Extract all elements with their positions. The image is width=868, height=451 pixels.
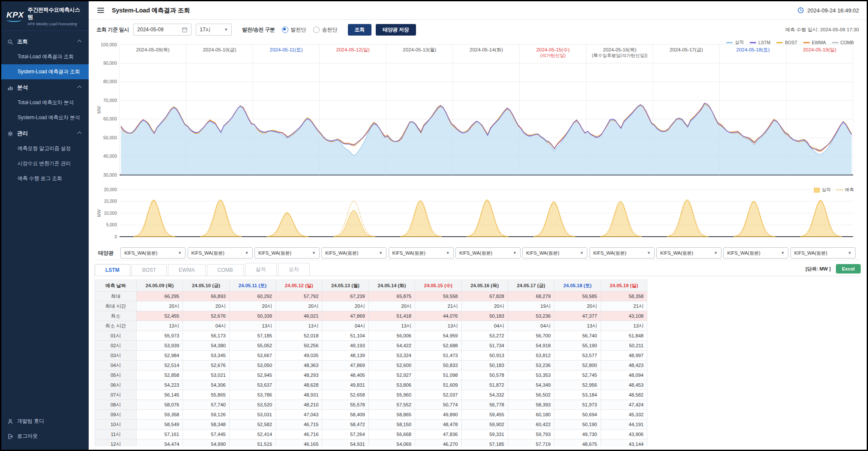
table-cell: 49,193: [322, 341, 368, 351]
solar-model-select[interactable]: KIFS_WA(원본)▼: [790, 247, 856, 259]
nav-section-조회[interactable]: 조회: [1, 33, 89, 49]
radio-송전단[interactable]: 송전단: [313, 26, 338, 33]
table-cell: 46,716: [276, 430, 322, 439]
table-cell: 50,339: [229, 311, 275, 321]
table-cell: 48,453: [601, 380, 647, 390]
table-cell: 50,774: [415, 400, 461, 410]
sidebar-item[interactable]: System-Load 예측오차 분석: [1, 110, 89, 125]
tab-실적[interactable]: 실적: [245, 263, 277, 276]
table-cell: 59,126: [183, 410, 229, 420]
user-icon: [7, 418, 13, 424]
base-hour-select[interactable]: 17시 ▼: [196, 24, 232, 36]
nav-section-관리[interactable]: 관리: [1, 125, 89, 141]
chevron-down-icon: ▼: [513, 251, 517, 255]
solar-save-button[interactable]: 태양광 저장: [376, 24, 416, 36]
table-cell: 58,393: [508, 400, 554, 410]
solar-model-select[interactable]: KIFS_WA(원본)▼: [455, 247, 521, 259]
gen-trans-label: 발전/송전 구분: [242, 26, 275, 33]
table-cell: 48,997: [601, 351, 647, 361]
table-cell: 54,931: [322, 439, 368, 447]
tab-LSTM[interactable]: LSTM: [95, 264, 130, 276]
chevron-down-icon: ▼: [714, 251, 718, 255]
search-button[interactable]: 조회: [348, 24, 371, 36]
row-label: 최대: [95, 292, 137, 301]
solar-model-select[interactable]: KIFS_WA(원본)▼: [723, 247, 788, 259]
svg-text:100,000: 100,000: [101, 42, 117, 47]
solar-model-select[interactable]: KIFS_WA(원본)▼: [590, 247, 655, 259]
table-cell: 49,035: [276, 351, 322, 361]
table-cell: 54,223: [137, 380, 183, 390]
radio-발전단[interactable]: 발전단: [282, 26, 306, 33]
table-cell: 57,264: [322, 430, 368, 439]
footer-user[interactable]: 개발팀 호디: [1, 414, 89, 429]
tab-BOST[interactable]: BOST: [132, 264, 167, 276]
table-cell: 51,609: [415, 380, 461, 390]
solar-model-select[interactable]: KIFS_WA(원본)▼: [522, 247, 587, 259]
sidebar-item[interactable]: 예측 수행 로그 조회: [1, 171, 89, 186]
table-cell: 52,688: [415, 341, 461, 351]
row-label: 05시: [95, 370, 137, 380]
table-cell: 53,577: [554, 351, 601, 361]
base-date-value: 2024-05-09: [137, 27, 163, 33]
table-cell: 51,872: [461, 380, 508, 390]
legend-item: 예측: [837, 187, 854, 193]
table-cell: 48,582: [601, 390, 647, 400]
table-cell: 54,918: [508, 341, 554, 351]
tab-COMB[interactable]: COMB: [207, 264, 244, 276]
solar-model-select[interactable]: KIFS_WA(원본)▼: [188, 247, 253, 259]
table-cell: 48,931: [276, 390, 322, 400]
sidebar-item[interactable]: Total-Load 예측결과 조회: [1, 49, 89, 64]
tab-오차[interactable]: 오차: [278, 263, 310, 276]
table-cell: 57,552: [368, 400, 415, 410]
menu-toggle-icon[interactable]: [96, 6, 105, 15]
table-cell: 20시: [229, 301, 275, 311]
table-cell: 56,700: [508, 331, 554, 341]
table-cell: 51,734: [461, 341, 508, 351]
sidebar-item[interactable]: System-Load 예측결과 조회: [1, 64, 89, 79]
base-date-input[interactable]: 2024-05-09: [133, 24, 192, 36]
table-cell: 52,984: [137, 351, 183, 361]
nav-section-label: 분석: [17, 84, 28, 91]
table-cell: 51,418: [368, 311, 415, 321]
footer-logout[interactable]: 로그아웃: [1, 429, 89, 444]
solar-model-select[interactable]: KIFS_WA(원본)▼: [389, 247, 454, 259]
table-cell: 51,973: [554, 400, 601, 410]
table-cell: 51,515: [229, 439, 275, 447]
solar-model-select[interactable]: KIFS_WA(원본)▼: [120, 247, 186, 259]
table-cell: 58,472: [322, 420, 368, 430]
table-cell: 50,694: [554, 410, 601, 420]
solar-model-select[interactable]: KIFS_WA(원본)▼: [656, 247, 721, 259]
table-cell: 48,094: [601, 370, 647, 380]
solar-row-label: 태양광: [98, 250, 114, 257]
svg-text:2024-05-10(금): 2024-05-10(금): [203, 47, 236, 52]
excel-export-button[interactable]: Excel: [836, 264, 861, 274]
solar-model-select[interactable]: KIFS_WA(원본)▼: [321, 247, 386, 259]
table-cell: 44,076: [415, 311, 461, 321]
table-cell: 20시: [137, 301, 183, 311]
table-cell: 66,295: [137, 292, 183, 301]
sidebar-item[interactable]: 시장수요 변환기준 관리: [1, 156, 89, 171]
row-label: 09시: [95, 410, 137, 420]
manage-icon: [7, 131, 13, 137]
legend-item: BOST: [776, 40, 797, 45]
table-cell: 54,349: [508, 380, 554, 390]
table-cell: 46,021: [276, 311, 322, 321]
table-cell: 13시: [415, 321, 461, 331]
sidebar-item[interactable]: Total-Load 예측오차 분석: [1, 95, 89, 110]
table-cell: 13시: [229, 321, 275, 331]
forecast-table-section: 예측 날짜24.05.09 (목)24.05.10 (금)24.05.11 (토…: [95, 280, 861, 446]
table-row: 03시52,98453,34553,66749,03548,13953,3245…: [95, 351, 647, 361]
table-cell: 13시: [276, 321, 322, 331]
table-cell: 51,848: [601, 331, 647, 341]
radio-circle-icon: [313, 27, 320, 33]
solar-model-select[interactable]: KIFS_WA(원본)▼: [254, 247, 320, 259]
table-header-cell: 24.05.14 (화): [368, 280, 415, 292]
table-cell: 19시: [508, 301, 554, 311]
legend-dotted-icon: [837, 189, 843, 190]
sidebar-item[interactable]: 예측모형 알고리즘 설정: [1, 141, 89, 156]
chevron-up-icon: [78, 40, 82, 44]
tab-EWMA[interactable]: EWMA: [168, 264, 205, 276]
nav-section-분석[interactable]: 분석: [1, 79, 89, 95]
table-cell: 20시: [322, 301, 368, 311]
chevron-down-icon: ▼: [446, 251, 450, 255]
